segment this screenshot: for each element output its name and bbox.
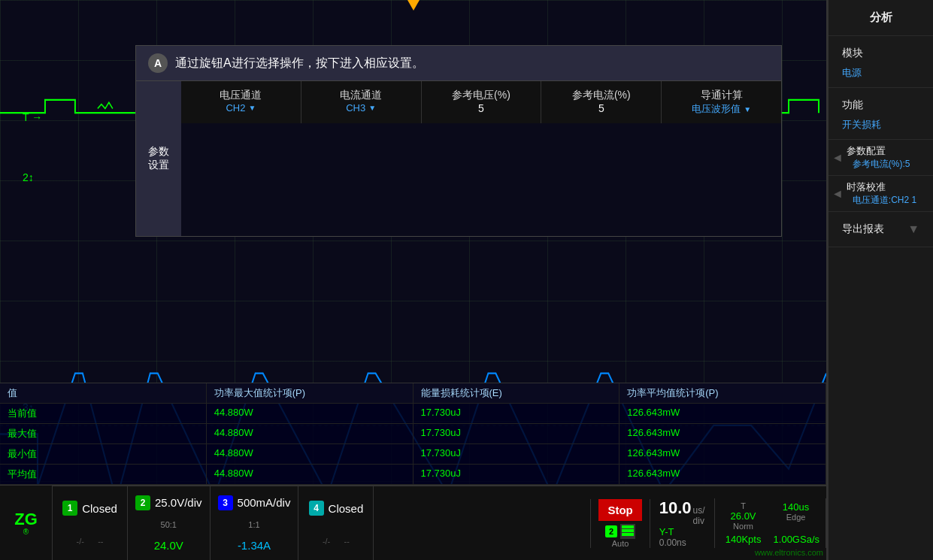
voltage-channel-value[interactable]: CH2 ▼ <box>192 102 290 114</box>
voltage-channel-val-text: CH2 <box>226 102 245 114</box>
ch2-offset: 24.0V <box>154 539 183 552</box>
stats-r3-c3: 126.643mW <box>619 465 826 484</box>
panel-function-label: 功能 <box>842 98 863 112</box>
dialog-header: A 通过旋钮A进行选择操作，按下进入相应设置。 <box>136 46 781 81</box>
stats-r2-c2: 17.730uJ <box>413 444 620 464</box>
stats-col2-header: 能量损耗统计项(E) <box>413 383 620 403</box>
ref-current-header: 参考电流(%) <box>552 89 650 102</box>
channel-2-block[interactable]: 2 25.0V/div 50:1 24.0V <box>128 486 211 560</box>
current-channel-cell[interactable]: 电流通道 CH3 ▼ <box>301 81 422 123</box>
timing-calib-sub: 电压通道:CH2 1 <box>847 194 922 207</box>
right-panel: 分析 模块 电源 功能 开关损耗 ◄ 参数配置 参考电流(%):5 ◄ <box>828 0 933 560</box>
ch2-marker: 2↕ <box>23 171 34 183</box>
stats-header-row: 值 功率最大值统计项(P) 能量损耗统计项(E) 功率平均值统计项(P) <box>0 383 826 404</box>
trig-cell-time: 140us Edge <box>774 501 819 531</box>
params-label: 参数设置 <box>136 81 181 236</box>
yt-mode: Y-T <box>659 526 674 537</box>
params-dialog: A 通过旋钮A进行选择操作，按下进入相应设置。 参数设置 电压通道 CH2 ▼ <box>135 45 782 237</box>
ch1-marker: T → <box>23 111 42 123</box>
panel-module-item: 模块 <box>836 42 925 65</box>
stats-r3-c1: 44.880W <box>207 465 413 484</box>
params-config-label: 参数配置 <box>847 144 916 158</box>
trig-t-label: T <box>741 501 746 510</box>
panel-export-item: 导出报表 ▼ <box>836 218 925 241</box>
stats-row-min: 最小值 44.880W 17.730uJ 126.643mW <box>0 444 826 465</box>
dialog-title: 通过旋钮A进行选择操作，按下进入相应设置。 <box>175 56 424 71</box>
channel-1-block[interactable]: 1 Closed -/- -- <box>53 486 128 560</box>
voltage-channel-cell[interactable]: 电压通道 CH2 ▼ <box>181 81 301 123</box>
timing-calib-arrow: ◄ <box>832 187 844 201</box>
ch2-number: 2 <box>135 495 150 510</box>
conduction-calc-header: 导通计算 <box>672 89 771 102</box>
ch2-mini-indicator: 2 <box>605 525 617 537</box>
stats-col0-header: 值 <box>0 383 207 403</box>
current-channel-header: 电流通道 <box>312 89 410 102</box>
trig-time-val: 140us <box>783 501 809 513</box>
timing-calib-label: 时落校准 <box>847 180 922 194</box>
stats-r1-c1: 44.880W <box>207 424 413 443</box>
stats-row-max: 最大值 44.880W 17.730uJ 126.643mW <box>0 424 826 444</box>
channel-3-block[interactable]: 3 500mA/div 1:1 -1.34A <box>211 486 299 560</box>
stats-r1-c3: 126.643mW <box>619 424 826 443</box>
panel-params-section[interactable]: ◄ 参数配置 参考电流(%):5 <box>828 140 933 176</box>
ch4-arrows: -/- -- <box>323 537 350 546</box>
ch3-offset: -1.34A <box>238 539 271 552</box>
panel-title-section: 分析 <box>828 0 933 36</box>
panel-timing-section[interactable]: ◄ 时落校准 电压通道:CH2 1 <box>828 176 933 212</box>
auto-label: Auto <box>612 539 629 548</box>
ch3-div-label: 500mA/div <box>238 496 291 509</box>
stats-table: 值 功率最大值统计项(P) 能量损耗统计项(E) 功率平均值统计项(P) 当前值… <box>0 383 826 485</box>
logo-registered: ® <box>23 528 29 536</box>
trig-pts-val: 140Kpts <box>725 534 762 545</box>
ch1-label: Closed <box>82 502 117 515</box>
conduction-calc-val-text: 电压波形值 <box>692 102 741 116</box>
ch2-bars <box>620 524 635 539</box>
scope-area: T → 2↕ 3↕ A 通过旋钮A进行选择操作，按下进入相应设置。 参数设置 电… <box>0 0 828 560</box>
stats-r2-c3: 126.643mW <box>619 444 826 464</box>
time-offset: 0.00ns <box>659 537 686 548</box>
current-channel-arrow: ▼ <box>368 104 376 112</box>
conduction-calc-cell[interactable]: 导通计算 电压波形值 ▼ <box>662 81 781 123</box>
brand-logo: ZG ® <box>0 486 53 560</box>
ch4-number: 4 <box>309 501 324 516</box>
ch1-arrows: -/- -- <box>76 537 103 546</box>
trig-cell-t: T 26.0V Norm <box>721 501 766 531</box>
ref-current-value: 5 <box>552 102 650 114</box>
panel-module-section[interactable]: 模块 电源 <box>828 36 933 88</box>
channel-4-block[interactable]: 4 Closed -/- -- <box>298 486 374 560</box>
time-per-div-display: 10.0 us/div Y-T 0.00ns <box>650 498 715 548</box>
panel-function-section[interactable]: 功能 开关损耗 <box>828 88 933 140</box>
stats-r2-c0: 最小值 <box>0 444 207 464</box>
ch4-label: Closed <box>329 502 364 515</box>
conduction-calc-value[interactable]: 电压波形值 ▼ <box>672 102 771 116</box>
stop-button[interactable]: Stop <box>598 499 641 521</box>
ch1-number: 1 <box>62 501 77 516</box>
panel-switch-loss-label: 开关损耗 <box>836 117 925 133</box>
stats-row-current: 当前值 44.880W 17.730uJ 126.643mW <box>0 404 826 424</box>
stats-r2-c1: 44.880W <box>207 444 413 464</box>
stats-r0-c3: 126.643mW <box>619 404 826 423</box>
params-config-arrow: ◄ <box>832 151 844 165</box>
ref-current-cell[interactable]: 参考电流(%) 5 <box>541 81 662 123</box>
trig-t-mode: Norm <box>733 522 753 531</box>
dialog-params: 电压通道 CH2 ▼ 电流通道 CH3 ▼ <box>181 81 781 236</box>
panel-power-label: 电源 <box>836 65 925 81</box>
current-channel-value[interactable]: CH3 ▼ <box>312 102 410 114</box>
status-bar: ZG ® 1 Closed -/- -- 2 25.0V/div 50:1 24… <box>0 485 826 560</box>
dialog-content-area <box>181 123 781 236</box>
ref-voltage-cell[interactable]: 参考电压(%) 5 <box>422 81 542 123</box>
stats-r3-c2: 17.730uJ <box>413 465 620 484</box>
trig-t-val: 26.0V <box>731 510 756 522</box>
params-config-sub: 参考电流(%):5 <box>847 158 916 171</box>
trig-cell-rate: 1.00GSa/s <box>774 534 819 545</box>
stats-r0-c1: 44.880W <box>207 404 413 423</box>
main-container: T → 2↕ 3↕ A 通过旋钮A进行选择操作，按下进入相应设置。 参数设置 电… <box>0 0 933 560</box>
stats-r3-c0: 平均值 <box>0 465 207 484</box>
panel-title: 分析 <box>836 6 925 29</box>
current-channel-val-text: CH3 <box>346 102 365 114</box>
trig-time-mode: Edge <box>786 513 806 522</box>
trig-rate-val: 1.00GSa/s <box>774 534 819 545</box>
panel-export-section[interactable]: 导出报表 ▼ <box>828 212 933 247</box>
ref-voltage-header: 参考电压(%) <box>432 89 531 102</box>
stats-r1-c0: 最大值 <box>0 424 207 443</box>
